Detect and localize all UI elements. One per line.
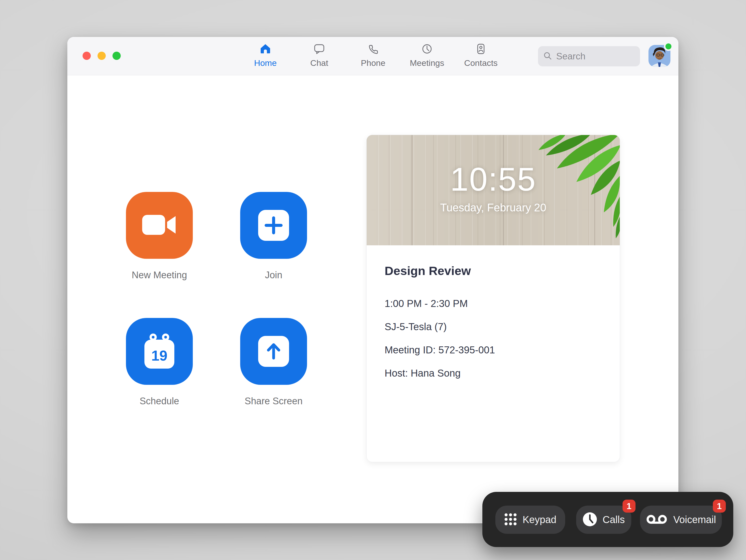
tab-home[interactable]: Home	[238, 43, 292, 68]
meeting-id: Meeting ID: 572-395-001	[384, 344, 605, 356]
tab-contacts-label: Contacts	[464, 58, 497, 68]
share-screen-button[interactable]: Share Screen	[240, 318, 307, 407]
clock-date: Tuesday, February 20	[367, 201, 620, 214]
tab-meetings-label: Meetings	[410, 58, 444, 68]
meeting-room: SJ-5-Tesla (7)	[384, 321, 605, 332]
meetings-icon	[421, 43, 433, 56]
minimize-button[interactable]	[97, 52, 106, 60]
meeting-host: Host: Hana Song	[384, 367, 605, 379]
online-status-dot	[664, 42, 673, 51]
meeting-card-photo: 10:55 Tuesday, February 20	[367, 135, 620, 245]
calls-label: Calls	[603, 514, 625, 525]
upcoming-meeting-card: 10:55 Tuesday, February 20 Design Review…	[366, 135, 620, 462]
meeting-title: Design Review	[384, 264, 605, 278]
keypad-button[interactable]: Keypad	[495, 506, 565, 534]
share-screen-tile[interactable]	[240, 318, 307, 385]
join-label: Join	[265, 270, 282, 280]
calls-badge: 1	[623, 500, 635, 512]
schedule-button[interactable]: 19 Schedule	[126, 318, 193, 407]
video-camera-icon	[141, 212, 178, 239]
join-button[interactable]: Join	[240, 192, 307, 280]
phone-icon	[367, 43, 379, 56]
user-avatar[interactable]	[649, 45, 670, 67]
photo-clock: 10:55 Tuesday, February 20	[367, 163, 620, 214]
recent-calls-icon	[583, 512, 597, 528]
tab-chat-label: Chat	[310, 58, 328, 68]
keypad-label: Keypad	[522, 514, 556, 525]
close-button[interactable]	[83, 52, 91, 60]
new-meeting-tile[interactable]	[126, 192, 193, 259]
home-icon	[259, 43, 271, 56]
desktop-background: Home Chat	[0, 0, 746, 560]
calendar-day-number: 19	[151, 347, 168, 364]
phone-dock: Keypad Calls 1 Voicemail 1	[482, 492, 733, 547]
share-screen-label: Share Screen	[245, 396, 303, 407]
voicemail-icon	[646, 513, 668, 526]
search-input[interactable]	[538, 46, 640, 66]
main-nav: Home Chat	[238, 43, 508, 68]
tab-phone-label: Phone	[361, 58, 385, 68]
clock-time: 10:55	[367, 163, 620, 196]
arrow-up-icon	[258, 336, 289, 367]
search-icon	[543, 51, 552, 62]
meeting-time-range: 1:00 PM - 2:30 PM	[384, 298, 605, 309]
tab-meetings[interactable]: Meetings	[400, 43, 454, 68]
window-titlebar: Home Chat	[67, 37, 679, 75]
calls-button[interactable]: Calls 1	[576, 506, 631, 534]
voicemail-button[interactable]: Voicemail 1	[640, 506, 722, 534]
schedule-tile[interactable]: 19	[126, 318, 193, 385]
tab-contacts[interactable]: Contacts	[454, 43, 508, 68]
tab-home-label: Home	[254, 58, 277, 68]
traffic-lights	[83, 52, 121, 60]
voicemail-label: Voicemail	[673, 514, 716, 525]
new-meeting-label: New Meeting	[132, 270, 187, 280]
voicemail-badge: 1	[713, 500, 726, 512]
maximize-button[interactable]	[113, 52, 121, 60]
search-field[interactable]	[556, 51, 631, 62]
tab-chat[interactable]: Chat	[292, 43, 346, 68]
schedule-label: Schedule	[140, 396, 179, 407]
meeting-card-body: Design Review 1:00 PM - 2:30 PM SJ-5-Tes…	[384, 245, 605, 379]
chat-icon	[313, 43, 325, 56]
keypad-icon	[504, 513, 517, 527]
new-meeting-button[interactable]: New Meeting	[126, 192, 193, 280]
tab-phone[interactable]: Phone	[346, 43, 400, 68]
plus-icon	[258, 210, 289, 241]
join-tile[interactable]	[240, 192, 307, 259]
zoom-app-window: Home Chat	[67, 37, 679, 523]
contacts-icon	[475, 43, 487, 56]
